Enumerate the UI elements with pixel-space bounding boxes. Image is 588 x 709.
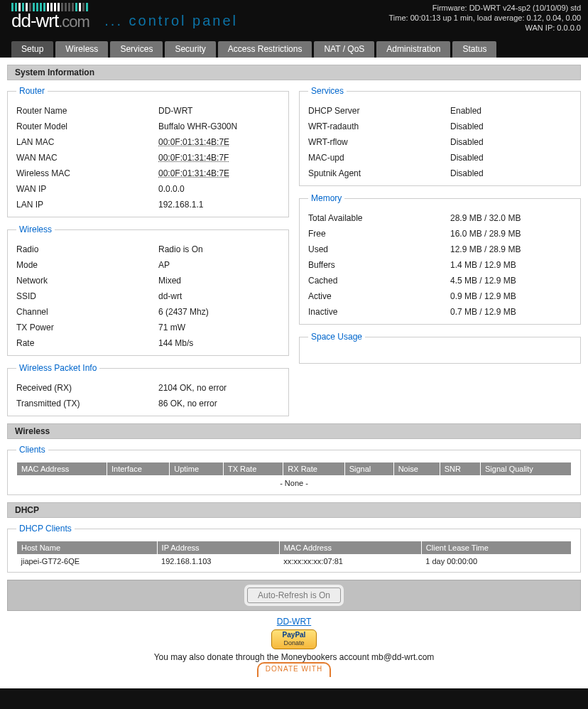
memory-value: 12.9 MB / 28.9 MB	[450, 244, 572, 254]
wireless-value: AP	[158, 260, 280, 270]
content-area: System Information Router Router NameDD-…	[0, 58, 588, 688]
wireless-row: RadioRadio is On	[16, 242, 280, 257]
ddwrt-link[interactable]: DD-WRT	[277, 617, 311, 627]
dhcp-col: MAC Address	[279, 541, 421, 555]
services-value: Disabled	[450, 168, 572, 178]
tab-wireless[interactable]: Wireless	[55, 41, 108, 58]
wireless-value: 144 Mb/s	[158, 338, 280, 348]
memory-row: Cached4.5 MB / 12.9 MB	[308, 273, 572, 288]
memory-row: Free16.0 MB / 28.9 MB	[308, 226, 572, 242]
wireless-value: Mixed	[158, 276, 280, 286]
legend-wireless: Wireless	[16, 224, 55, 234]
dhcp-host: jiapei-GT72-6QE	[17, 555, 158, 568]
dhcp-col: Client Lease Time	[421, 541, 571, 555]
pktinfo-label: Received (RX)	[16, 383, 158, 393]
wireless-row: Rate144 Mb/s	[16, 335, 280, 351]
router-row: Wireless MAC00:0F:01:31:4B:7E	[16, 166, 280, 181]
clients-col: MAC Address	[17, 462, 107, 476]
box-memory: Memory Total Available28.9 MB / 32.0 MBF…	[299, 193, 581, 325]
memory-label: Buffers	[308, 260, 450, 270]
dhcp-table: Host NameIP AddressMAC AddressClient Lea…	[16, 541, 572, 568]
services-row: MAC-updDisabled	[308, 150, 572, 166]
memory-value: 4.5 MB / 12.9 MB	[450, 276, 572, 286]
router-label: LAN MAC	[16, 137, 158, 147]
legend-services: Services	[308, 86, 347, 96]
memory-value: 16.0 MB / 28.9 MB	[450, 229, 572, 239]
box-services: Services DHCP ServerEnabledWRT-radauthDi…	[299, 86, 581, 186]
legend-dhcp-clients: DHCP Clients	[16, 524, 75, 534]
memory-value: 28.9 MB / 32.0 MB	[450, 213, 572, 223]
tab-nat-qos[interactable]: NAT / QoS	[314, 41, 374, 58]
box-packet-info: Wireless Packet Info Received (RX)2104 O…	[7, 363, 289, 416]
clients-col: Signal	[344, 462, 393, 476]
wireless-row: NetworkMixed	[16, 273, 280, 288]
tab-status[interactable]: Status	[452, 41, 496, 58]
services-value: Disabled	[450, 137, 572, 147]
box-clients: Clients MAC AddressInterfaceUptimeTX Rat…	[7, 445, 581, 495]
dhcp-col: IP Address	[157, 541, 279, 555]
router-row: LAN MAC00:0F:01:31:4B:7E	[16, 134, 280, 150]
router-label: Router Name	[16, 106, 158, 116]
memory-row: Buffers1.4 MB / 12.9 MB	[308, 257, 572, 273]
main-menu: SetupWirelessServicesSecurityAccess Rest…	[0, 41, 588, 58]
clients-col: RX Rate	[283, 462, 344, 476]
wireless-label: Mode	[16, 260, 158, 270]
wireless-label: Rate	[16, 338, 158, 348]
wireless-label: SSID	[16, 291, 158, 301]
footer-bar: Auto-Refresh is On	[7, 580, 581, 611]
router-value: 0.0.0.0	[158, 184, 280, 194]
tab-setup[interactable]: Setup	[11, 41, 53, 58]
logo-text: dd-wrt.com	[11, 10, 89, 31]
dhcp-col: Host Name	[17, 541, 158, 555]
mac-address[interactable]: 00:0F:01:31:4B:7E	[158, 168, 229, 178]
memory-label: Inactive	[308, 307, 450, 317]
auto-refresh-button[interactable]: Auto-Refresh is On	[247, 588, 341, 603]
clients-col: Noise	[393, 462, 440, 476]
router-value: 00:0F:01:31:4B:7F	[158, 153, 280, 163]
router-label: WAN IP	[16, 184, 158, 194]
router-row: LAN IP192.168.1.1	[16, 197, 280, 212]
section-system-information: System Information	[7, 65, 581, 80]
tab-services[interactable]: Services	[110, 41, 163, 58]
dhcp-ip: 192.168.1.103	[157, 555, 279, 568]
services-row: WRT-rflowDisabled	[308, 134, 572, 150]
router-value: 00:0F:01:31:4B:7E	[158, 168, 280, 178]
wireless-row: SSIDdd-wrt	[16, 288, 280, 304]
uptime-text: Time: 00:01:13 up 1 min, load average: 0…	[389, 13, 582, 23]
wireless-label: Network	[16, 276, 158, 286]
router-value: DD-WRT	[158, 106, 280, 116]
dhcp-mac: xx:xx:xx:xx:07:81	[279, 555, 421, 568]
memory-label: Used	[308, 244, 450, 254]
mac-address[interactable]: 00:0F:01:31:4B:7E	[158, 137, 229, 147]
wireless-row: TX Power71 mW	[16, 320, 280, 335]
services-label: WRT-radauth	[308, 121, 450, 131]
clients-table: MAC AddressInterfaceUptimeTX RateRX Rate…	[16, 462, 572, 476]
pktinfo-value: 2104 OK, no error	[158, 383, 280, 393]
memory-label: Cached	[308, 276, 450, 286]
dhcp-row: jiapei-GT72-6QE192.168.1.103xx:xx:xx:xx:…	[17, 555, 572, 568]
wireless-label: TX Power	[16, 323, 158, 332]
section-wireless: Wireless	[7, 423, 581, 439]
wan-ip-text: WAN IP: 0.0.0.0	[389, 23, 582, 33]
mac-address[interactable]: 00:0F:01:31:4B:7F	[158, 153, 229, 163]
memory-label: Total Available	[308, 213, 450, 223]
wireless-value: Radio is On	[158, 244, 280, 254]
router-label: LAN IP	[16, 200, 158, 210]
wireless-label: Channel	[16, 307, 158, 317]
pktinfo-value: 86 OK, no error	[158, 399, 280, 408]
donate-area: DD-WRT PayPalDonate You may also donate …	[7, 611, 581, 681]
services-row: DHCP ServerEnabled	[308, 103, 572, 119]
tab-security[interactable]: Security	[165, 41, 215, 58]
router-label: Wireless MAC	[16, 168, 158, 178]
memory-value: 1.4 MB / 12.9 MB	[450, 260, 572, 270]
tab-administration[interactable]: Administration	[376, 41, 450, 58]
legend-memory: Memory	[308, 193, 344, 203]
pktinfo-row: Transmitted (TX)86 OK, no error	[16, 396, 280, 411]
memory-value: 0.7 MB / 12.9 MB	[450, 307, 572, 317]
router-row: WAN MAC00:0F:01:31:4B:7F	[16, 150, 280, 166]
tab-access-restrictions[interactable]: Access Restrictions	[218, 41, 312, 58]
clients-col: TX Rate	[223, 462, 283, 476]
paypal-donate-button[interactable]: PayPalDonate	[271, 629, 317, 649]
logo-area: dd-wrt.com ... control panel	[11, 3, 238, 31]
services-value: Disabled	[450, 153, 572, 163]
